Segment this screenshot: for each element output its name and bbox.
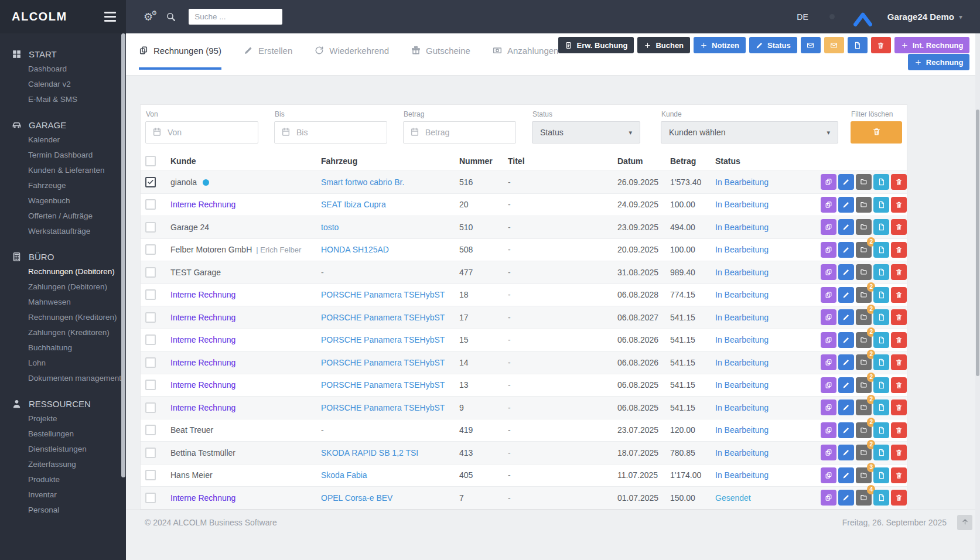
documents-button[interactable] bbox=[856, 264, 872, 280]
search-input[interactable] bbox=[189, 9, 282, 25]
row-checkbox[interactable] bbox=[145, 493, 156, 503]
duplicate-button[interactable] bbox=[821, 309, 836, 325]
filter-bis-input[interactable] bbox=[274, 121, 387, 144]
duplicate-button[interactable] bbox=[821, 354, 836, 370]
sidebar-item-buchhaltung[interactable]: Buchhaltung bbox=[0, 340, 126, 356]
sidebar-item-dokumenten-management[interactable]: Dokumenten management bbox=[0, 371, 126, 386]
sidebar-item-mahnwesen[interactable]: Mahnwesen bbox=[0, 295, 126, 310]
customer-link[interactable]: Interne Rechnung bbox=[170, 403, 235, 412]
duplicate-button[interactable] bbox=[821, 197, 836, 213]
pdf-button[interactable] bbox=[873, 219, 889, 235]
column-header-datum[interactable]: Datum bbox=[617, 156, 670, 166]
pdf-button[interactable] bbox=[873, 490, 889, 506]
duplicate-button[interactable] bbox=[821, 399, 836, 415]
customer-link[interactable]: Interne Rechnung bbox=[170, 290, 235, 299]
duplicate-button[interactable] bbox=[821, 422, 836, 438]
row-checkbox[interactable] bbox=[145, 177, 156, 187]
sidebar-item-wagenbuch[interactable]: Wagenbuch bbox=[0, 193, 126, 209]
vehicle-link[interactable]: PORSCHE Panamera TSEHybST bbox=[321, 403, 445, 412]
delete-button[interactable] bbox=[891, 354, 907, 370]
documents-button[interactable] bbox=[856, 219, 872, 235]
delete-button[interactable] bbox=[891, 377, 907, 393]
documents-button[interactable]: 2 bbox=[856, 287, 872, 303]
status-link[interactable]: In Bearbeitung bbox=[715, 223, 769, 232]
status-link[interactable]: In Bearbeitung bbox=[715, 313, 769, 322]
status-button[interactable]: Status bbox=[749, 37, 797, 53]
tab-erstellen[interactable]: Erstellen bbox=[244, 33, 292, 70]
row-checkbox[interactable] bbox=[145, 380, 156, 390]
edit-button[interactable] bbox=[838, 264, 854, 280]
documents-button[interactable]: 2 bbox=[856, 445, 872, 460]
select-all-checkbox[interactable] bbox=[145, 156, 156, 166]
pdf-button[interactable] bbox=[873, 467, 889, 483]
filter-von-input[interactable] bbox=[145, 121, 258, 144]
pdf-button[interactable] bbox=[873, 332, 889, 348]
send-mail-button[interactable] bbox=[801, 37, 821, 53]
sidebar-item-zahlungen-debitoren[interactable]: Zahlungen (Debitoren) bbox=[0, 279, 126, 295]
pdf-button[interactable] bbox=[873, 242, 889, 258]
delete-selected-button[interactable] bbox=[871, 37, 891, 53]
customer-link[interactable]: Interne Rechnung bbox=[170, 380, 235, 390]
row-checkbox[interactable] bbox=[145, 357, 156, 368]
vehicle-link[interactable]: SKODA RAPID SB 1,2 TSI bbox=[321, 448, 418, 457]
sidebar-item-offerten-aufträge[interactable]: Offerten / Aufträge bbox=[0, 209, 126, 224]
duplicate-button[interactable] bbox=[821, 242, 836, 258]
status-link[interactable]: In Bearbeitung bbox=[715, 403, 769, 412]
edit-button[interactable] bbox=[838, 197, 854, 213]
vehicle-link[interactable]: PORSCHE Panamera TSEHybST bbox=[321, 313, 445, 322]
status-link[interactable]: In Bearbeitung bbox=[715, 245, 769, 254]
pdf-button[interactable] bbox=[873, 174, 889, 190]
tab-gutscheine[interactable]: Gutscheine bbox=[411, 33, 470, 70]
sidebar-item-e-mail-sms[interactable]: E-Mail & SMS bbox=[0, 92, 126, 107]
row-checkbox[interactable] bbox=[145, 334, 156, 345]
hamburger-menu-icon[interactable] bbox=[104, 9, 116, 24]
edit-button[interactable] bbox=[838, 287, 854, 303]
pdf-button[interactable] bbox=[873, 287, 889, 303]
customer-link[interactable]: Interne Rechnung bbox=[170, 335, 235, 344]
customer-link[interactable]: TEST Garage bbox=[170, 268, 221, 277]
row-checkbox[interactable] bbox=[145, 312, 156, 323]
sidebar-scrollbar[interactable] bbox=[121, 33, 125, 477]
status-link[interactable]: In Bearbeitung bbox=[715, 470, 769, 480]
sidebar-section-büro[interactable]: BÜRO bbox=[0, 249, 126, 264]
sidebar-item-bestellungen[interactable]: Bestellungen bbox=[0, 426, 126, 442]
vehicle-link[interactable]: HONDA SH125AD bbox=[321, 245, 389, 254]
column-header-betrag[interactable]: Betrag bbox=[670, 156, 715, 166]
edit-button[interactable] bbox=[838, 332, 854, 348]
duplicate-button[interactable] bbox=[821, 467, 836, 483]
row-checkbox[interactable] bbox=[145, 402, 156, 413]
vehicle-link[interactable]: SEAT Ibiza Cupra bbox=[321, 200, 386, 209]
status-select[interactable]: Status ▾ bbox=[532, 121, 640, 144]
search-icon[interactable] bbox=[166, 12, 176, 22]
delete-button[interactable] bbox=[891, 467, 907, 483]
delete-button[interactable] bbox=[891, 242, 907, 258]
sidebar-item-zahlungen-kreditoren[interactable]: Zahlungen (Kreditoren) bbox=[0, 325, 126, 340]
delete-button[interactable] bbox=[891, 287, 907, 303]
pdf-button[interactable] bbox=[873, 197, 889, 213]
duplicate-button[interactable] bbox=[821, 287, 836, 303]
account-caret-icon[interactable]: ▾ bbox=[959, 13, 962, 21]
duplicate-button[interactable] bbox=[821, 445, 836, 460]
customer-link[interactable]: Interne Rechnung bbox=[170, 313, 235, 322]
vehicle-link[interactable]: PORSCHE Panamera TSEHybST bbox=[321, 335, 445, 344]
status-link[interactable]: In Bearbeitung bbox=[715, 268, 769, 277]
erw-buchung-button[interactable]: Erw. Buchung bbox=[558, 37, 634, 53]
customer-link[interactable]: Bettina Testmüller bbox=[170, 448, 235, 457]
sidebar-item-zeiterfassung[interactable]: Zeiterfassung bbox=[0, 457, 126, 472]
kunde-select[interactable]: Kunden wählen ▾ bbox=[661, 121, 838, 144]
status-link[interactable]: In Bearbeitung bbox=[715, 200, 769, 209]
send-mail-alt-button[interactable] bbox=[824, 37, 844, 53]
pdf-button[interactable] bbox=[873, 309, 889, 325]
delete-button[interactable] bbox=[891, 197, 907, 213]
settings-gears-icon[interactable]: ⚙⚙ bbox=[144, 12, 153, 22]
row-checkbox[interactable] bbox=[145, 267, 156, 278]
column-header-status[interactable]: Status bbox=[715, 156, 821, 166]
notizen-button[interactable]: Notizen bbox=[694, 37, 746, 53]
column-header-titel[interactable]: Titel bbox=[508, 156, 617, 166]
status-link[interactable]: Gesendet bbox=[715, 493, 751, 503]
rechnung-button[interactable]: Rechnung bbox=[908, 54, 970, 70]
sidebar-item-werkstattaufträge[interactable]: Werkstattaufträge bbox=[0, 224, 126, 239]
sidebar-item-fahrzeuge[interactable]: Fahrzeuge bbox=[0, 178, 126, 193]
sidebar-item-personal[interactable]: Personal bbox=[0, 503, 126, 518]
sidebar-item-dienstleistungen[interactable]: Dienstleistungen bbox=[0, 442, 126, 457]
